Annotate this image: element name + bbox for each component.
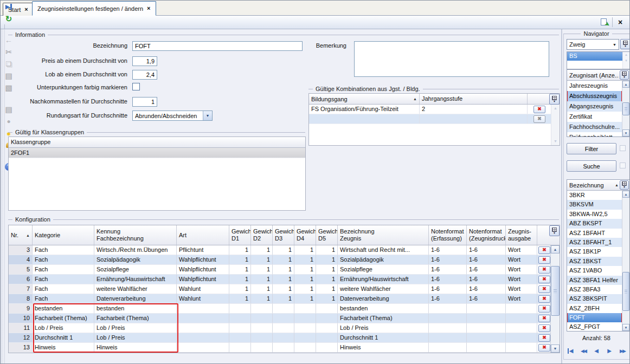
table-row[interactable]: 3 Fach Wirtsch./Recht m.Übungen Pflichtu… bbox=[9, 245, 560, 255]
scroll-up-icon[interactable]: ▲ bbox=[551, 105, 560, 112]
list-item[interactable]: BS bbox=[567, 52, 622, 61]
scroll-up-button[interactable]: ▲ bbox=[622, 81, 629, 88]
list-item[interactable]: ASZ_FPGT bbox=[567, 322, 622, 332]
scroll-down-button[interactable]: ▼ bbox=[551, 344, 560, 353]
delete-row-button[interactable]: ✖ bbox=[538, 256, 550, 264]
list-item[interactable]: ASZ 1BKST bbox=[567, 257, 622, 266]
close-view-button[interactable]: × bbox=[614, 16, 626, 28]
table-row[interactable]: 7 Fach weitere Wahlfächer Wahlunt 1 1 1 … bbox=[9, 284, 560, 294]
delete-row-button[interactable]: ✖ bbox=[538, 276, 550, 283]
list-item[interactable]: ABZ BKSPT bbox=[567, 219, 622, 228]
column-header[interactable]: Bezeichnung Zeugnis bbox=[338, 225, 429, 245]
vertical-scrollbar[interactable]: ▲ ▼ bbox=[622, 191, 629, 331]
list-item[interactable]: Abschlusszeugnis bbox=[567, 91, 622, 101]
table-row[interactable]: 8 Fach Datenverarbeitung Wahlunt 1 1 1 1… bbox=[9, 294, 560, 304]
table-row[interactable]: 9 bestanden bestanden bestanden bbox=[9, 304, 560, 314]
column-header-klassengruppe[interactable]: Klassengruppe bbox=[9, 137, 305, 147]
list-item[interactable]: ASZ_2BFH bbox=[567, 304, 622, 313]
column-header[interactable]: Art bbox=[177, 225, 229, 245]
delete-row-button[interactable]: ✖ bbox=[538, 334, 550, 342]
zweig-select[interactable]: Zweig ▼ bbox=[567, 39, 619, 50]
list-item[interactable]: ASZ 1BFAHT_1 bbox=[567, 238, 622, 247]
tab-close-icon[interactable]: × bbox=[24, 6, 28, 12]
list-item[interactable]: ASZ 3BFA3 bbox=[567, 285, 622, 294]
delete-row-button[interactable]: ✖ bbox=[538, 266, 550, 274]
unterpunktungen-checkbox[interactable] bbox=[132, 83, 140, 90]
column-filter-button[interactable]: ▾ bbox=[620, 180, 629, 190]
column-header-jahrgangsstufe[interactable]: Jahrgangsstufe bbox=[420, 94, 528, 104]
preis-input[interactable] bbox=[132, 56, 157, 66]
zeugnisart-header[interactable]: Zeugnisart (Anze... ▾ bbox=[567, 70, 629, 81]
list-item[interactable]: 3BKR bbox=[567, 191, 622, 200]
delete-row-button[interactable]: ✖ bbox=[538, 324, 550, 332]
vertical-scrollbar[interactable]: ▲ ▼ bbox=[550, 245, 560, 353]
scroll-up-button[interactable]: ▲ bbox=[622, 191, 629, 198]
column-header[interactable]: Gewicht D4 bbox=[294, 225, 316, 245]
scroll-down-icon[interactable]: ▼ bbox=[551, 138, 560, 145]
tab-close-icon[interactable]: × bbox=[147, 5, 150, 11]
column-header-bildungsgang[interactable]: Bildungsgang ▲ bbox=[309, 94, 420, 104]
delete-row-button[interactable]: ✖ bbox=[538, 344, 550, 352]
list-item[interactable]: Fachhochschulre... bbox=[567, 122, 622, 132]
list-item[interactable]: Zertifikat bbox=[567, 112, 622, 122]
list-item[interactable]: Abgangszeugnis bbox=[567, 101, 622, 112]
table-row[interactable]: 13 Hinweis Hinweis Hinweis bbox=[9, 343, 560, 353]
column-header[interactable]: Gewicht D3 bbox=[273, 225, 294, 245]
bemerkung-textarea[interactable] bbox=[354, 41, 549, 77]
table-row[interactable]: ✖ bbox=[309, 114, 560, 124]
record-first-button[interactable]: ◀ bbox=[565, 347, 575, 355]
delete-row-button[interactable]: ✖ bbox=[538, 246, 550, 254]
column-header[interactable]: Notenformat (Erfassung) bbox=[429, 225, 467, 245]
rundungsart-select[interactable]: Abrunden/Abschneiden ▼ bbox=[132, 110, 213, 121]
chevron-down-icon[interactable]: ▼ bbox=[203, 111, 212, 120]
record-next-button[interactable]: ▶ bbox=[605, 347, 614, 355]
delete-row-button[interactable]: ✖ bbox=[538, 305, 550, 313]
column-filter-button[interactable]: ▾ bbox=[620, 70, 629, 80]
table-row[interactable]: FS Organisation/Führung-Teilzeit 2 ✖ bbox=[309, 105, 560, 114]
delete-row-button[interactable]: ✖ bbox=[533, 106, 545, 113]
vertical-scrollbar[interactable]: ▲ ▼ bbox=[622, 81, 629, 136]
column-header[interactable]: Kennung Fachbezeichnung bbox=[94, 225, 177, 245]
column-header[interactable]: Gewicht D1 bbox=[229, 225, 251, 245]
detach-view-button[interactable]: ➤ bbox=[599, 16, 610, 28]
record-last-button[interactable]: ▶ bbox=[3, 1, 15, 12]
column-header[interactable]: Kategorie bbox=[33, 225, 94, 245]
suche-button[interactable]: Suche bbox=[567, 160, 616, 172]
list-item[interactable]: Jahreszeugnis bbox=[567, 81, 622, 91]
mini-scrollbar[interactable]: ▲ ▼ bbox=[622, 52, 629, 69]
column-filter-button[interactable]: ▾ bbox=[549, 94, 560, 105]
delete-row-button[interactable]: ✖ bbox=[538, 295, 550, 303]
column-filter-button[interactable]: ▾ bbox=[620, 39, 630, 49]
record-next-fast-button[interactable]: ▶▶ bbox=[618, 347, 627, 355]
delete-row-button[interactable]: ✖ bbox=[538, 285, 550, 293]
record-prev-fast-button[interactable]: ◀◀ bbox=[578, 347, 588, 355]
nachkommastellen-input[interactable] bbox=[132, 97, 157, 107]
scroll-up-icon[interactable]: ▲ bbox=[625, 52, 628, 58]
list-item[interactable]: FOFT bbox=[567, 313, 622, 322]
list-item[interactable]: 3BKWA-IW2,5 bbox=[567, 210, 622, 219]
tab-zeugniseinstellungen[interactable]: Zeugniseinstellungen festlegen / ändern … bbox=[32, 1, 156, 16]
table-row[interactable]: 4 Fach Sozialpädagogik Wahlpflichtunt 1 … bbox=[9, 255, 560, 265]
table-row[interactable]: 11 Lob / Preis Lob / Preis Lob / Preis bbox=[9, 323, 560, 333]
refresh-button[interactable]: ↻ bbox=[3, 12, 15, 24]
column-header[interactable]: Nr. bbox=[9, 225, 33, 245]
scrollbar-thumb[interactable] bbox=[622, 272, 629, 311]
column-header[interactable]: Gewicht D5 bbox=[316, 225, 338, 245]
filter-button[interactable]: Filter bbox=[567, 143, 616, 154]
table-row[interactable]: 10 Facharbeit (Thema) Facharbeit (Thema)… bbox=[9, 314, 560, 323]
scroll-down-button[interactable]: ▼ bbox=[622, 129, 629, 136]
table-row[interactable]: 12 Durchschnitt 1 Lob / Preis Durchschni… bbox=[9, 333, 560, 343]
column-filter-button[interactable]: ▾ bbox=[549, 225, 560, 236]
scroll-up-button[interactable]: ▲ bbox=[551, 245, 560, 253]
list-item[interactable]: ASZ 1VABO bbox=[567, 266, 622, 275]
list-item[interactable]: Prüfungsbeiblatt bbox=[567, 132, 622, 137]
list-item[interactable]: ASZ 1BK1P bbox=[567, 247, 622, 256]
list-item[interactable]: ASZ 1BFAHT bbox=[567, 229, 622, 238]
delete-row-button[interactable]: ✖ bbox=[533, 115, 545, 123]
record-prev-button[interactable]: ◀ bbox=[592, 347, 601, 355]
table-row[interactable]: 5 Fach Sozialpflege Wahlpflichtunt 1 1 1… bbox=[9, 265, 560, 275]
list-item[interactable]: 2FOF1 bbox=[9, 148, 305, 158]
list-item[interactable]: 3BKSVM bbox=[567, 200, 622, 209]
table-row[interactable]: 6 Fach Ernährung/Hauswirtschaft Wahlpfli… bbox=[9, 275, 560, 284]
column-header[interactable]: Notenformat (Zeugnisdruck) bbox=[467, 225, 506, 245]
